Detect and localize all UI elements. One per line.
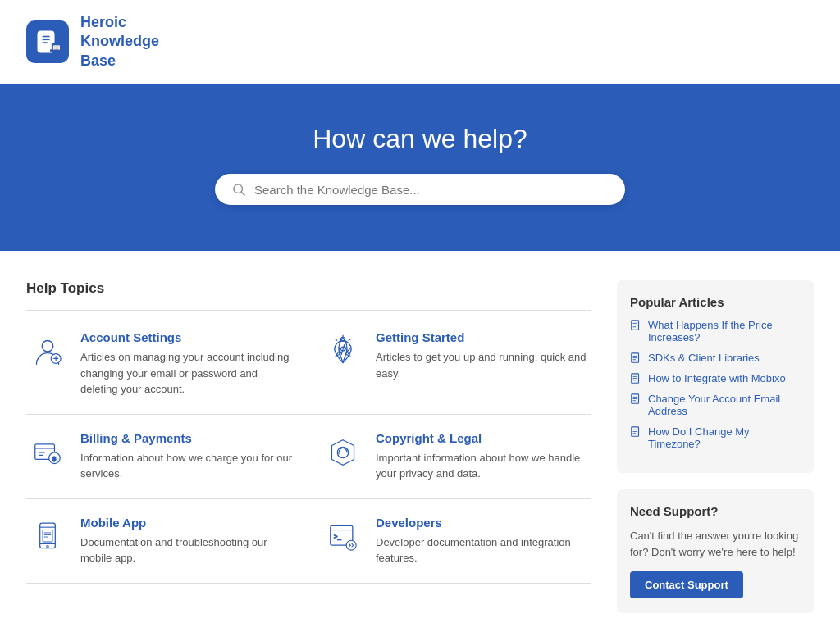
- article-link-0[interactable]: What Happens If the Price Increases?: [630, 319, 801, 343]
- search-bar: [215, 174, 625, 205]
- main-content: Help Topics Account Settings Articles on…: [0, 251, 840, 632]
- site-header: 📖 Heroic Knowledge Base: [0, 0, 840, 84]
- article-link-3[interactable]: Change Your Account Email Address: [630, 393, 801, 417]
- copyright-title: Copyright & Legal: [376, 431, 591, 445]
- support-box: Need Support? Can't find the answer you'…: [617, 489, 814, 613]
- developers-icon: >_: [322, 516, 364, 558]
- topic-getting-started[interactable]: Getting Started Articles to get you up a…: [308, 330, 591, 398]
- document-icon: [630, 352, 641, 364]
- topics-section: Help Topics Account Settings Articles on…: [26, 280, 591, 630]
- svg-line-13: [349, 339, 351, 341]
- topic-row-3: Mobile App Documentation and troubleshoo…: [26, 516, 591, 584]
- topic-mobile-app[interactable]: Mobile App Documentation and troubleshoo…: [26, 516, 308, 566]
- billing-desc: Information about how we charge you for …: [80, 450, 295, 482]
- topics-title: Help Topics: [26, 280, 591, 297]
- contact-support-button[interactable]: Contact Support: [630, 571, 743, 598]
- mobile-app-desc: Documentation and troubleshooting our mo…: [80, 534, 295, 566]
- topic-copyright[interactable]: Copyright & Legal Important information …: [308, 431, 591, 482]
- copyright-icon: [322, 431, 364, 474]
- article-link-2[interactable]: How to Integrate with Mobixo: [630, 372, 801, 384]
- topic-account-settings[interactable]: Account Settings Articles on managing yo…: [26, 330, 308, 398]
- account-settings-content: Account Settings Articles on managing yo…: [80, 330, 295, 398]
- article-link-1[interactable]: SDKs & Client Libraries: [630, 352, 801, 364]
- document-icon: [630, 320, 641, 331]
- article-link-4[interactable]: How Do I Change My Timezone?: [630, 425, 801, 450]
- hero-section: How can we help?: [0, 84, 840, 251]
- billing-title: Billing & Payments: [80, 431, 295, 445]
- copyright-desc: Important information about how we handl…: [376, 450, 591, 482]
- billing-icon: $: [26, 431, 69, 474]
- account-settings-title: Account Settings: [80, 330, 295, 344]
- support-desc: Can't find the answer you're looking for…: [630, 528, 801, 560]
- search-icon: [231, 182, 246, 197]
- account-settings-desc: Articles on managing your account includ…: [80, 349, 295, 398]
- topic-row-1: Account Settings Articles on managing yo…: [26, 330, 591, 415]
- mobile-app-icon: [26, 516, 69, 558]
- topic-developers[interactable]: >_ Developers Developer documentation an…: [308, 516, 591, 566]
- developers-title: Developers: [376, 516, 591, 530]
- billing-content: Billing & Payments Information about how…: [80, 431, 295, 482]
- svg-rect-27: [43, 530, 52, 541]
- logo-icon: 📖: [26, 20, 69, 63]
- copyright-content: Copyright & Legal Important information …: [376, 431, 591, 482]
- document-icon: [630, 426, 641, 438]
- document-icon: [630, 373, 641, 384]
- svg-point-26: [47, 545, 49, 548]
- document-icon: [630, 393, 641, 405]
- topic-billing[interactable]: $ Billing & Payments Information about h…: [26, 431, 308, 482]
- hero-title: How can we help?: [26, 124, 814, 154]
- svg-point-7: [234, 184, 243, 193]
- getting-started-icon: [322, 330, 364, 373]
- svg-point-9: [42, 341, 53, 352]
- getting-started-title: Getting Started: [376, 330, 591, 344]
- topic-row-2: $ Billing & Payments Information about h…: [26, 431, 591, 499]
- svg-line-8: [241, 193, 244, 196]
- mobile-app-title: Mobile App: [80, 516, 295, 530]
- svg-text:>_: >_: [334, 532, 341, 539]
- svg-line-14: [336, 339, 338, 341]
- sidebar: Popular Articles What Happens If the Pri…: [617, 280, 814, 630]
- developers-desc: Developer documentation and integration …: [376, 534, 591, 566]
- popular-articles-title: Popular Articles: [630, 295, 801, 309]
- svg-point-34: [346, 540, 356, 550]
- getting-started-desc: Articles to get you up and running, quic…: [376, 349, 591, 381]
- popular-articles-box: Popular Articles What Happens If the Pri…: [617, 280, 814, 473]
- account-settings-icon: [26, 330, 69, 373]
- topics-divider: [26, 310, 591, 311]
- logo-text: Heroic Knowledge Base: [80, 13, 159, 70]
- search-input[interactable]: [254, 183, 609, 197]
- support-title: Need Support?: [630, 504, 801, 518]
- mobile-app-content: Mobile App Documentation and troubleshoo…: [80, 516, 295, 566]
- developers-content: Developers Developer documentation and i…: [376, 516, 591, 566]
- getting-started-content: Getting Started Articles to get you up a…: [376, 330, 591, 381]
